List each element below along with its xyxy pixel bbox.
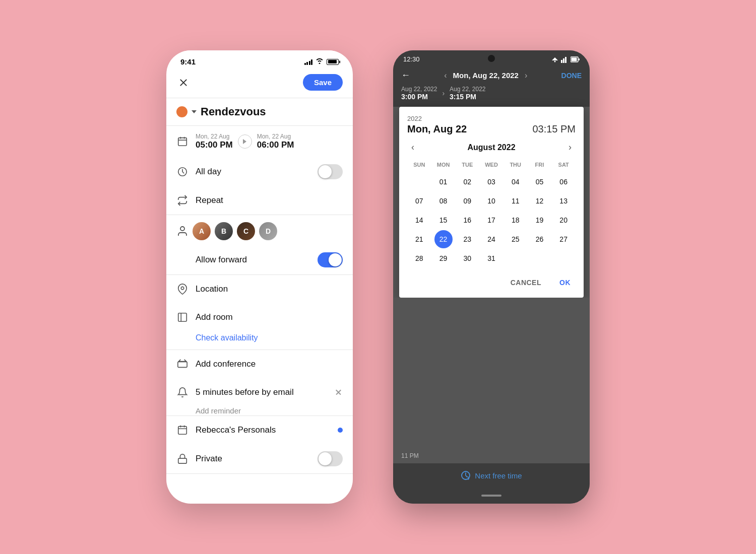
close-button[interactable] [176, 76, 191, 90]
android-end-date: Aug 22, 2022 [450, 86, 485, 93]
start-date-block[interactable]: Mon, 22 Aug 05:00 PM [196, 133, 233, 150]
add-reminder-label[interactable]: Add reminder [166, 405, 251, 421]
cal-day-30[interactable]: 30 [458, 249, 476, 267]
end-date-label: Mon, 22 Aug [257, 133, 294, 140]
clock-icon [176, 166, 188, 178]
person-icon [176, 225, 188, 237]
prev-month-button[interactable]: ‹ [444, 71, 447, 80]
event-color-dot[interactable] [176, 106, 187, 117]
weekday-mon: MON [431, 160, 456, 170]
next-free-time-button[interactable]: Next free time [393, 463, 590, 488]
cal-day-25[interactable]: 25 [507, 230, 525, 248]
cal-day-24[interactable]: 24 [482, 230, 500, 248]
cal-ok-button[interactable]: OK [554, 275, 576, 290]
cal-day-01[interactable]: 01 [434, 173, 453, 191]
cal-year: 2022 [407, 115, 576, 122]
cal-day-31[interactable]: 31 [482, 249, 500, 267]
cal-day-16[interactable]: 16 [458, 211, 476, 229]
cal-day-04[interactable]: 04 [507, 173, 525, 191]
cal-day-21[interactable]: 21 [410, 230, 428, 248]
cal-day-11[interactable]: 11 [507, 192, 525, 210]
location-section: Location Add room Check availability [166, 275, 353, 350]
check-availability-link[interactable]: Check availability [166, 331, 353, 350]
svg-rect-16 [561, 60, 562, 63]
cal-day-17[interactable]: 17 [482, 211, 500, 229]
cal-day-22[interactable]: 22 [434, 230, 453, 248]
svg-rect-8 [178, 362, 187, 367]
weekday-sat: SAT [551, 160, 576, 170]
android-status-bar: 12:30 [393, 50, 590, 66]
android-back-button[interactable]: ← [401, 70, 410, 81]
save-button[interactable]: Save [303, 74, 343, 91]
android-start-time-block[interactable]: Aug 22, 2022 3:00 PM [401, 86, 437, 101]
cal-actions: CANCEL OK [407, 275, 576, 290]
cal-day-09[interactable]: 09 [458, 192, 476, 210]
cal-day-28[interactable]: 28 [410, 249, 428, 267]
cal-weekdays-row: SUN MON TUE WED THU FRI SAT [407, 160, 576, 170]
svg-point-6 [181, 287, 184, 290]
private-toggle[interactable] [318, 451, 343, 466]
cal-cancel-button[interactable]: CANCEL [506, 275, 546, 290]
cal-day-19[interactable]: 19 [530, 211, 548, 229]
android-start-date: Aug 22, 2022 [401, 86, 437, 93]
date-row-content: Mon, 22 Aug 05:00 PM Mon, 22 Aug 06:00 P… [196, 133, 294, 150]
android-header-month-label: Mon, Aug 22, 2022 [453, 71, 519, 80]
cal-prev-month-button[interactable]: ‹ [407, 140, 418, 155]
cal-day-14[interactable]: 14 [410, 211, 428, 229]
attendees-section: A B C D Allow forward [166, 215, 353, 275]
cal-grid: SUN MON TUE WED THU FRI SAT 010203040506… [407, 160, 576, 267]
end-date-block[interactable]: Mon, 22 Aug 06:00 PM [257, 133, 294, 150]
android-start-time: 3:00 PM [401, 93, 428, 101]
cal-day-27[interactable]: 27 [554, 230, 573, 248]
android-end-time-block[interactable]: Aug 22, 2022 3:15 PM [450, 86, 485, 101]
allow-forward-toggle[interactable] [318, 252, 343, 267]
cal-day-08[interactable]: 08 [434, 192, 453, 210]
cal-day-29[interactable]: 29 [434, 249, 453, 267]
reminder-label: 5 minutes before by email [196, 387, 327, 397]
android-time: 12:30 [403, 55, 420, 63]
svg-rect-9 [178, 427, 187, 435]
date-time-row[interactable]: Mon, 22 Aug 05:00 PM Mon, 22 Aug 06:00 P… [166, 126, 353, 157]
cal-day-15[interactable]: 15 [434, 211, 453, 229]
event-title[interactable]: Rendezvous [201, 105, 343, 118]
cal-day-03[interactable]: 03 [482, 173, 500, 191]
android-done-button[interactable]: DONE [561, 72, 582, 80]
private-row: Private [166, 444, 353, 473]
calendar-selector-chevron-icon[interactable] [192, 110, 197, 113]
calendar-dialog: 2022 Mon, Aug 22 03:15 PM ‹ August 2022 … [399, 107, 584, 298]
weekday-tue: TUE [455, 160, 479, 170]
cal-day-05[interactable]: 05 [530, 173, 548, 191]
wifi-icon [316, 58, 324, 65]
cal-day-26[interactable]: 26 [530, 230, 548, 248]
location-label: Location [196, 284, 228, 294]
ios-status-bar: 9:41 [166, 50, 353, 70]
svg-rect-7 [178, 313, 187, 322]
attendees-row[interactable]: A B C D [166, 215, 353, 247]
next-free-time-label: Next free time [475, 471, 522, 480]
cal-day-13[interactable]: 13 [554, 192, 573, 210]
svg-point-5 [180, 227, 184, 231]
add-room-row[interactable]: Add room [166, 303, 353, 331]
add-conference-row[interactable]: Add conference [166, 350, 353, 378]
cal-day-23[interactable]: 23 [458, 230, 476, 248]
location-row[interactable]: Location [166, 275, 353, 303]
cal-day-07[interactable]: 07 [410, 192, 428, 210]
all-day-toggle[interactable] [318, 164, 343, 179]
allow-forward-label: Allow forward [196, 255, 310, 265]
cal-selected-date: Mon, Aug 22 [407, 123, 467, 135]
android-home-indicator[interactable] [481, 495, 501, 497]
cal-day-10[interactable]: 10 [482, 192, 500, 210]
cal-month-nav: ‹ August 2022 › [407, 140, 576, 155]
reminder-remove-button[interactable] [334, 388, 343, 397]
cal-day-06[interactable]: 06 [554, 173, 573, 191]
svg-rect-21 [572, 57, 577, 61]
weekday-wed: WED [479, 160, 503, 170]
cal-day-20[interactable]: 20 [554, 211, 573, 229]
next-month-button[interactable]: › [525, 71, 527, 80]
repeat-row[interactable]: Repeat [166, 186, 353, 215]
all-day-row: All day [166, 157, 353, 186]
cal-day-12[interactable]: 12 [530, 192, 548, 210]
cal-next-month-button[interactable]: › [564, 140, 576, 155]
cal-day-02[interactable]: 02 [458, 173, 476, 191]
cal-day-18[interactable]: 18 [507, 211, 525, 229]
